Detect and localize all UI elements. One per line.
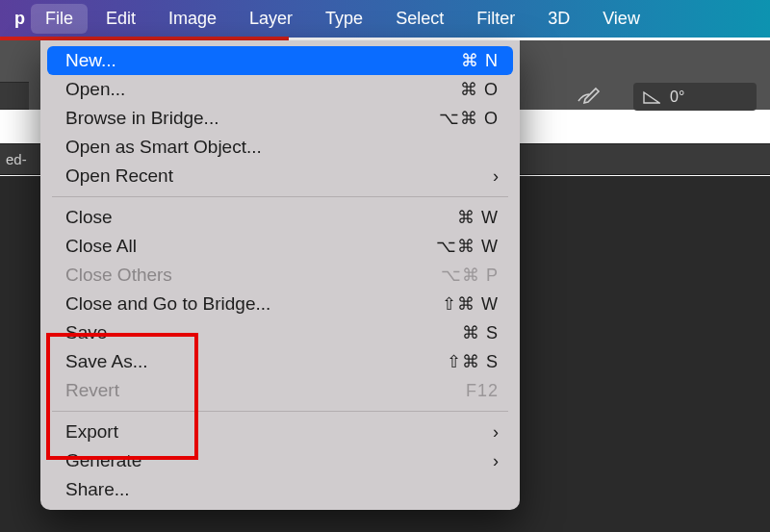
- menubar-item-label: Type: [325, 9, 363, 29]
- menubar-item-file[interactable]: File: [31, 4, 88, 34]
- menubar: p FileEditImageLayerTypeSelectFilter3DVi…: [0, 0, 770, 38]
- menu-item-label: Export: [65, 421, 481, 443]
- menu-item-generate[interactable]: Generate›: [40, 446, 520, 475]
- menu-item-close[interactable]: Close⌘ W: [40, 203, 520, 232]
- menu-item-open-smart[interactable]: Open as Smart Object...: [40, 133, 520, 162]
- menu-item-label: Revert: [65, 380, 412, 401]
- menubar-item-label: Filter: [476, 9, 515, 29]
- angle-icon: [643, 90, 660, 104]
- menu-item-shortcut: ⌥⌘ P: [412, 265, 499, 286]
- chevron-right-icon: ›: [481, 451, 499, 471]
- menu-item-revert: RevertF12: [40, 376, 520, 405]
- menubar-item-label: Layer: [249, 9, 293, 29]
- menubar-item-3d[interactable]: 3D: [531, 0, 586, 38]
- menu-item-close-others: Close Others⌥⌘ P: [40, 261, 520, 290]
- menubar-item-label: Select: [396, 9, 444, 29]
- menu-separator: [52, 411, 508, 412]
- menubar-item-label: File: [45, 9, 73, 29]
- menubar-item-label: View: [603, 9, 640, 29]
- menubar-item-type[interactable]: Type: [309, 0, 379, 38]
- menu-item-open-recent[interactable]: Open Recent›: [40, 162, 520, 190]
- menu-item-shortcut: F12: [412, 381, 499, 401]
- menu-item-export[interactable]: Export›: [40, 418, 520, 446]
- menubar-item-image[interactable]: Image: [152, 0, 233, 38]
- menu-item-label: Close and Go to Bridge...: [65, 293, 412, 315]
- menubar-item-layer[interactable]: Layer: [233, 0, 309, 38]
- menu-item-label: Save As...: [65, 351, 412, 372]
- menu-item-close-bridge[interactable]: Close and Go to Bridge...⇧⌘ W: [40, 290, 520, 318]
- menu-item-label: New...: [65, 50, 412, 71]
- menu-item-shortcut: ⌥⌘ O: [412, 108, 499, 129]
- menubar-item-label: Image: [168, 9, 217, 29]
- menu-item-shortcut: ⌘ W: [412, 207, 499, 228]
- options-field-fragment: [0, 82, 29, 110]
- menu-item-open[interactable]: Open...⌘ O: [40, 75, 520, 104]
- menubar-item-label: Edit: [106, 9, 136, 29]
- chevron-right-icon: ›: [481, 422, 499, 443]
- menu-item-shortcut: ⌘ O: [412, 79, 499, 100]
- menu-item-save-as[interactable]: Save As...⇧⌘ S: [40, 347, 520, 376]
- app-title-fragment: p: [0, 0, 29, 38]
- menu-item-shortcut: ⌘ N: [412, 50, 499, 71]
- menubar-item-edit[interactable]: Edit: [90, 0, 152, 38]
- menu-item-close-all[interactable]: Close All⌥⌘ W: [40, 232, 520, 261]
- menu-separator: [52, 196, 508, 197]
- menubar-item-select[interactable]: Select: [379, 0, 460, 38]
- angle-value: 0°: [670, 89, 684, 106]
- menu-item-shortcut: ⌘ S: [412, 322, 499, 343]
- menu-item-label: Save: [65, 322, 412, 343]
- chevron-right-icon: ›: [481, 166, 499, 187]
- menu-item-browse-bridge[interactable]: Browse in Bridge...⌥⌘ O: [40, 104, 520, 133]
- eyedropper-icon[interactable]: [576, 87, 603, 106]
- menu-item-shortcut: ⇧⌘ S: [412, 351, 499, 372]
- menu-item-new[interactable]: New...⌘ N: [47, 46, 513, 75]
- menu-item-label: Close: [65, 207, 412, 228]
- document-tab-fragment[interactable]: ed-: [6, 151, 27, 167]
- rotation-angle-field[interactable]: 0°: [633, 83, 757, 111]
- menu-item-label: Share...: [65, 479, 499, 500]
- menu-item-share[interactable]: Share...: [40, 475, 520, 504]
- menu-item-label: Browse in Bridge...: [65, 108, 412, 129]
- menu-item-label: Close Others: [65, 265, 412, 286]
- menubar-item-label: 3D: [548, 9, 570, 29]
- menu-item-shortcut: ⌥⌘ W: [412, 236, 499, 257]
- menubar-item-view[interactable]: View: [586, 0, 656, 38]
- menu-item-label: Generate: [65, 450, 481, 471]
- menu-item-label: Open as Smart Object...: [65, 137, 499, 158]
- menu-item-label: Close All: [65, 236, 412, 257]
- menu-item-save[interactable]: Save⌘ S: [40, 318, 520, 347]
- menubar-item-filter[interactable]: Filter: [460, 0, 531, 38]
- menu-item-label: Open Recent: [65, 165, 481, 187]
- menu-item-label: Open...: [65, 79, 412, 100]
- file-menu-dropdown: New...⌘ NOpen...⌘ OBrowse in Bridge...⌥⌘…: [40, 40, 520, 510]
- menu-item-shortcut: ⇧⌘ W: [412, 293, 499, 315]
